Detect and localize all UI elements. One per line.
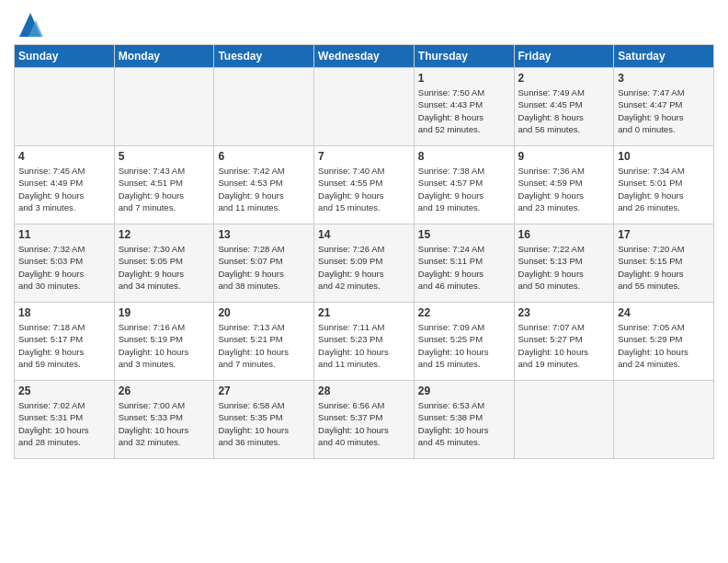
calendar-cell: 16Sunrise: 7:22 AMSunset: 5:13 PMDayligh… [514,224,614,303]
day-number: 26 [119,385,210,397]
calendar-cell: 8Sunrise: 7:38 AMSunset: 4:57 PMDaylight… [414,146,514,224]
calendar-cell: 4Sunrise: 7:45 AMSunset: 4:49 PMDaylight… [15,146,115,224]
calendar-cell: 13Sunrise: 7:28 AMSunset: 5:07 PMDayligh… [214,224,314,303]
calendar-cell: 25Sunrise: 7:02 AMSunset: 5:31 PMDayligh… [15,381,115,459]
calendar-cell: 27Sunrise: 6:58 AMSunset: 5:35 PMDayligh… [214,381,314,459]
day-number: 17 [618,228,710,241]
day-number: 24 [618,306,710,319]
weekday-header: Monday [114,45,214,68]
day-number: 19 [119,306,210,319]
day-info: Sunrise: 6:53 AMSunset: 5:38 PMDaylight:… [418,399,510,448]
calendar-week-row: 4Sunrise: 7:45 AMSunset: 4:49 PMDaylight… [15,146,714,224]
day-number: 15 [418,228,510,241]
day-number: 14 [318,228,410,241]
calendar-cell: 17Sunrise: 7:20 AMSunset: 5:15 PMDayligh… [614,224,714,303]
day-number: 18 [18,306,110,319]
day-number: 29 [418,385,510,397]
calendar-cell: 29Sunrise: 6:53 AMSunset: 5:38 PMDayligh… [414,381,514,459]
weekday-header: Saturday [614,45,714,68]
calendar-week-row: 11Sunrise: 7:32 AMSunset: 5:03 PMDayligh… [15,224,714,303]
day-number: 5 [119,150,210,163]
weekday-header: Wednesday [314,45,415,68]
weekday-header: Sunday [15,45,115,68]
day-info: Sunrise: 6:56 AMSunset: 5:37 PMDaylight:… [318,399,410,448]
calendar-header-row: SundayMondayTuesdayWednesdayThursdayFrid… [15,45,714,68]
calendar-cell: 14Sunrise: 7:26 AMSunset: 5:09 PMDayligh… [314,224,415,303]
day-number: 2 [518,72,610,85]
calendar-cell: 28Sunrise: 6:56 AMSunset: 5:37 PMDayligh… [314,381,415,459]
day-info: Sunrise: 7:22 AMSunset: 5:13 PMDaylight:… [518,243,610,292]
day-info: Sunrise: 7:24 AMSunset: 5:11 PMDaylight:… [418,243,510,292]
day-number: 7 [318,150,410,163]
day-info: Sunrise: 7:26 AMSunset: 5:09 PMDaylight:… [318,243,410,292]
page-header [14,9,714,39]
weekday-header: Tuesday [214,45,314,68]
calendar-cell: 7Sunrise: 7:40 AMSunset: 4:55 PMDaylight… [314,146,415,224]
calendar-cell: 2Sunrise: 7:49 AMSunset: 4:45 PMDaylight… [514,68,614,146]
day-number: 6 [218,150,310,163]
calendar-cell: 11Sunrise: 7:32 AMSunset: 5:03 PMDayligh… [15,224,115,303]
calendar-cell: 21Sunrise: 7:11 AMSunset: 5:23 PMDayligh… [314,303,415,381]
day-info: Sunrise: 6:58 AMSunset: 5:35 PMDaylight:… [218,399,310,448]
weekday-header: Friday [514,45,614,68]
day-number: 28 [318,385,410,397]
day-info: Sunrise: 7:38 AMSunset: 4:57 PMDaylight:… [418,165,510,213]
calendar-cell: 26Sunrise: 7:00 AMSunset: 5:33 PMDayligh… [114,381,214,459]
calendar-week-row: 1Sunrise: 7:50 AMSunset: 4:43 PMDaylight… [15,68,714,146]
day-info: Sunrise: 7:42 AMSunset: 4:53 PMDaylight:… [218,165,310,213]
calendar-cell: 10Sunrise: 7:34 AMSunset: 5:01 PMDayligh… [614,146,714,224]
day-info: Sunrise: 7:34 AMSunset: 5:01 PMDaylight:… [618,165,710,213]
calendar-week-row: 18Sunrise: 7:18 AMSunset: 5:17 PMDayligh… [15,303,714,381]
day-info: Sunrise: 7:28 AMSunset: 5:07 PMDaylight:… [218,243,310,292]
day-number: 12 [119,228,210,241]
logo-icon [16,11,45,37]
calendar-cell [514,381,614,459]
calendar-cell [614,381,714,459]
day-info: Sunrise: 7:13 AMSunset: 5:21 PMDaylight:… [218,321,310,370]
day-info: Sunrise: 7:20 AMSunset: 5:15 PMDaylight:… [618,243,710,292]
day-number: 8 [418,150,510,163]
day-number: 3 [618,72,710,85]
day-info: Sunrise: 7:11 AMSunset: 5:23 PMDaylight:… [318,321,410,370]
day-info: Sunrise: 7:16 AMSunset: 5:19 PMDaylight:… [119,321,210,370]
calendar-cell: 12Sunrise: 7:30 AMSunset: 5:05 PMDayligh… [114,224,214,303]
calendar-table: SundayMondayTuesdayWednesdayThursdayFrid… [14,44,714,459]
day-info: Sunrise: 7:43 AMSunset: 4:51 PMDaylight:… [119,165,210,213]
calendar-cell: 6Sunrise: 7:42 AMSunset: 4:53 PMDaylight… [214,146,314,224]
day-number: 10 [618,150,710,163]
day-number: 27 [218,385,310,397]
day-info: Sunrise: 7:09 AMSunset: 5:25 PMDaylight:… [418,321,510,370]
calendar-cell [15,68,115,146]
calendar-cell: 5Sunrise: 7:43 AMSunset: 4:51 PMDaylight… [114,146,214,224]
day-number: 22 [418,306,510,319]
calendar-cell: 23Sunrise: 7:07 AMSunset: 5:27 PMDayligh… [514,303,614,381]
calendar-cell: 22Sunrise: 7:09 AMSunset: 5:25 PMDayligh… [414,303,514,381]
calendar-cell: 9Sunrise: 7:36 AMSunset: 4:59 PMDaylight… [514,146,614,224]
day-number: 4 [18,150,110,163]
day-info: Sunrise: 7:40 AMSunset: 4:55 PMDaylight:… [318,165,410,213]
day-info: Sunrise: 7:02 AMSunset: 5:31 PMDaylight:… [18,399,110,448]
calendar-cell [214,68,314,146]
weekday-header: Thursday [414,45,514,68]
day-info: Sunrise: 7:00 AMSunset: 5:33 PMDaylight:… [119,399,210,448]
day-info: Sunrise: 7:50 AMSunset: 4:43 PMDaylight:… [418,86,510,135]
day-info: Sunrise: 7:18 AMSunset: 5:17 PMDaylight:… [18,321,110,370]
calendar-week-row: 25Sunrise: 7:02 AMSunset: 5:31 PMDayligh… [15,381,714,459]
day-number: 1 [418,72,510,85]
day-number: 9 [518,150,610,163]
calendar-cell: 20Sunrise: 7:13 AMSunset: 5:21 PMDayligh… [214,303,314,381]
day-info: Sunrise: 7:36 AMSunset: 4:59 PMDaylight:… [518,165,610,213]
calendar-cell [114,68,214,146]
calendar-cell: 18Sunrise: 7:18 AMSunset: 5:17 PMDayligh… [15,303,115,381]
day-number: 21 [318,306,410,319]
day-info: Sunrise: 7:32 AMSunset: 5:03 PMDaylight:… [18,243,110,292]
day-number: 25 [18,385,110,397]
calendar-cell: 19Sunrise: 7:16 AMSunset: 5:19 PMDayligh… [114,303,214,381]
day-info: Sunrise: 7:45 AMSunset: 4:49 PMDaylight:… [18,165,110,213]
day-number: 23 [518,306,610,319]
day-number: 20 [218,306,310,319]
day-info: Sunrise: 7:47 AMSunset: 4:47 PMDaylight:… [618,86,710,135]
calendar-cell: 24Sunrise: 7:05 AMSunset: 5:29 PMDayligh… [614,303,714,381]
day-number: 16 [518,228,610,241]
calendar-cell [314,68,415,146]
